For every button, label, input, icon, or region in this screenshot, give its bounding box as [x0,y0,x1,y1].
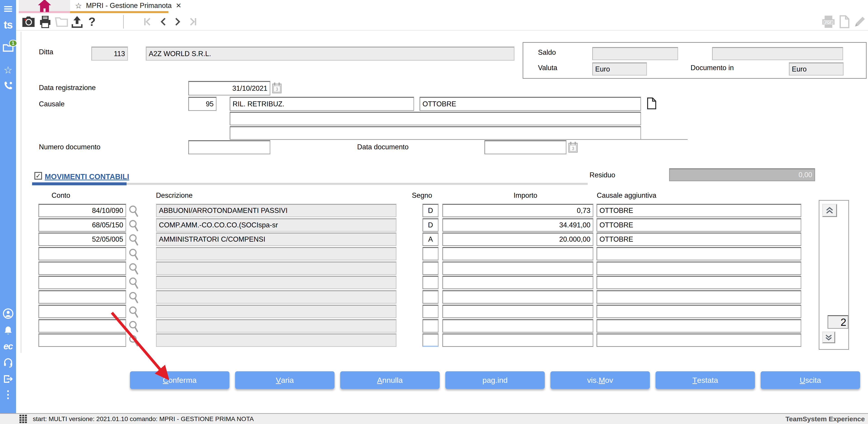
button-vis-mov[interactable]: vis. Mov [550,371,650,389]
button-annulla[interactable]: Annulla [340,371,440,389]
open-folder-button[interactable] [54,13,69,30]
conto-field[interactable] [38,290,126,304]
causale-aggiuntiva-field[interactable]: OTTOBRE [596,218,801,232]
account-search-icon[interactable] [128,319,138,333]
note-page-icon[interactable] [647,97,656,110]
ditta-code-field[interactable]: 113 [91,47,128,61]
conto-field[interactable] [38,319,126,333]
causale-code-field[interactable]: 95 [188,97,217,111]
valuta-field[interactable]: Euro [592,62,647,76]
favorites-star-icon[interactable]: ☆ [0,64,16,76]
causale-aggiuntiva-field[interactable] [596,334,801,347]
causale-aggiuntiva-field[interactable]: OTTOBRE [596,233,801,246]
segno-field[interactable]: D [423,218,438,232]
causale-aggiuntiva-field[interactable] [596,247,801,260]
causale-aggiuntiva-field[interactable] [596,305,801,318]
account-search-icon[interactable] [128,261,138,275]
account-search-icon[interactable] [128,218,138,232]
conto-field[interactable] [38,261,126,275]
segno-field[interactable] [423,247,438,260]
importo-field[interactable] [442,334,593,347]
tab-mpri-gestione-primanota[interactable]: ☆ MPRI - Gestione Primanota ✕ [70,0,168,13]
account-search-icon[interactable] [128,233,138,246]
segno-field[interactable] [423,290,438,304]
numero-documento-field[interactable] [188,140,270,154]
button-varia[interactable]: Varia [235,371,335,389]
menu-icon[interactable] [0,5,16,13]
segno-field[interactable] [423,334,438,347]
segno-field[interactable] [423,261,438,275]
ditta-name-field[interactable]: A2Z WORLD S.R.L. [146,47,515,61]
export-upload-button[interactable] [70,13,84,30]
causale-aggiuntiva-field[interactable]: OTTOBRE [596,204,801,217]
favorite-star-icon[interactable]: ☆ [75,1,82,10]
scroll-page-up-button[interactable] [822,204,837,217]
causale-aggiuntiva-field[interactable] [596,319,801,333]
app-grid-icon[interactable] [20,415,27,423]
print-pdf-button[interactable]: PDF [820,13,837,30]
importo-field[interactable]: 34.491,00 [442,218,593,232]
account-search-icon[interactable] [128,204,138,217]
importo-field[interactable] [442,261,593,275]
movimenti-checkbox[interactable]: ✓ [34,172,42,180]
ec-logo-icon[interactable]: ec [0,341,16,351]
causale-aggiuntiva-field[interactable] [596,261,801,275]
saldo-field-2[interactable] [712,47,843,60]
movimenti-section-tab[interactable]: MOVIMENTI CONTABILI [45,172,129,181]
causale-extra2-field[interactable] [230,126,641,140]
account-search-icon[interactable] [128,290,138,304]
phone-icon[interactable] [0,81,16,91]
causale-desc2-field[interactable]: OTTOBRE [420,97,641,111]
support-headset-icon[interactable] [0,358,16,368]
causale-aggiuntiva-field[interactable] [596,290,801,304]
page-number-field[interactable]: 2 [828,315,848,329]
button-testata[interactable]: Testata [655,371,755,389]
conto-field[interactable]: 52/05/005 [38,233,126,246]
button-pag-ind[interactable]: pag.ind [445,371,545,389]
segno-field[interactable] [423,276,438,289]
nav-last-button[interactable] [186,13,200,30]
documents-folder-icon[interactable]: 1 [0,44,16,52]
segno-field[interactable]: A [423,233,438,246]
conto-field[interactable] [38,305,126,318]
importo-field[interactable] [442,276,593,289]
segno-field[interactable] [423,319,438,333]
documento-in-field[interactable]: Euro [789,62,844,76]
button-conferma[interactable]: Conferma [130,371,229,389]
account-search-icon[interactable] [128,305,138,318]
screenshot-camera-button[interactable] [21,13,36,30]
importo-field[interactable] [442,290,593,304]
causale-aggiuntiva-field[interactable] [596,276,801,289]
causale-extra1-field[interactable] [230,112,641,125]
print-button[interactable] [38,13,53,30]
importo-field[interactable] [442,319,593,333]
segno-field[interactable] [423,305,438,318]
importo-field[interactable] [442,305,593,318]
close-tab-icon[interactable]: ✕ [176,2,182,9]
importo-field[interactable]: 20.000,00 [442,233,593,246]
causale-desc1-field[interactable]: RIL. RETRIBUZ. [230,97,414,111]
account-search-icon[interactable] [128,334,138,347]
conto-field[interactable]: 68/05/150 [38,218,126,232]
tab-home[interactable] [19,0,70,13]
conto-field[interactable]: 84/10/090 [38,204,126,217]
importo-field[interactable]: 0,73 [442,204,593,217]
nav-prev-button[interactable] [157,13,169,30]
account-search-icon[interactable] [128,276,138,289]
saldo-field-1[interactable] [592,47,678,60]
conto-field[interactable] [38,247,126,260]
logout-icon[interactable] [0,374,16,384]
calendar-icon[interactable]: 3 [272,82,282,94]
segno-field[interactable]: D [423,204,438,217]
conto-field[interactable] [38,334,126,347]
calendar-icon-2[interactable]: 3 [568,142,578,153]
nav-first-button[interactable] [140,13,154,30]
importo-field[interactable] [442,247,593,260]
account-search-icon[interactable] [128,247,138,260]
data-documento-field[interactable] [485,140,566,154]
user-profile-icon[interactable] [0,308,16,319]
new-document-button[interactable] [838,13,851,30]
scroll-page-down-button[interactable] [822,332,835,343]
data-registrazione-field[interactable]: 31/10/2021 [188,81,270,95]
more-options-icon[interactable]: ⋮ [0,388,16,400]
